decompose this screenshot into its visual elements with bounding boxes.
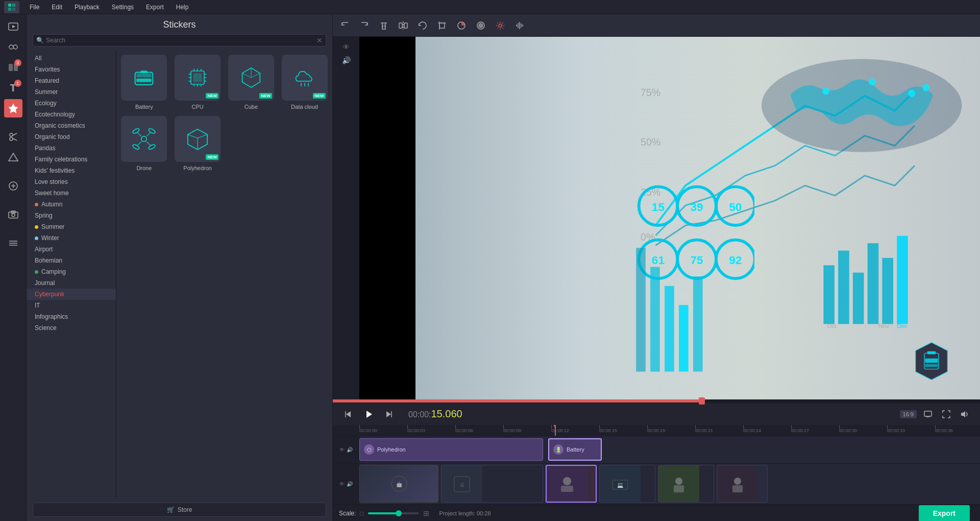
- category-ecology[interactable]: Ecology: [27, 98, 116, 109]
- toolbar-effects-btn[interactable]: [4, 38, 22, 56]
- category-spring[interactable]: Spring: [27, 210, 116, 221]
- svg-marker-5: [12, 25, 15, 28]
- category-love-stories[interactable]: Love stories: [27, 176, 116, 187]
- toolbar-shape-btn[interactable]: [4, 148, 22, 167]
- category-featured[interactable]: Featured: [27, 75, 116, 86]
- undo-button[interactable]: [337, 17, 353, 34]
- time-value: 15.060: [431, 408, 462, 419]
- skip-start-button[interactable]: [341, 407, 355, 421]
- menu-edit[interactable]: Edit: [50, 3, 64, 12]
- sticker-cpu[interactable]: NEWCPU: [174, 55, 222, 110]
- category-bohemian[interactable]: Bohemian: [27, 255, 116, 266]
- category-organic-food[interactable]: Organic food: [27, 131, 116, 143]
- sticker-badge: NEW: [206, 154, 218, 160]
- video-clip-5[interactable]: [658, 465, 714, 503]
- video-clip-4[interactable]: 💻: [599, 465, 655, 503]
- track-audio-icon[interactable]: 🔊: [347, 447, 353, 453]
- main-track-audio-icon[interactable]: 🔊: [347, 481, 353, 487]
- external-screen-button[interactable]: [921, 407, 935, 421]
- battery-clip[interactable]: 🔋 Battery: [548, 438, 602, 461]
- scale-thumb[interactable]: [396, 510, 402, 516]
- toolbar-add-btn[interactable]: [4, 177, 22, 195]
- sticker-battery[interactable]: Battery: [120, 55, 168, 110]
- polyhedron-clip-icon: ⬡: [364, 444, 374, 455]
- fullscreen-button[interactable]: [939, 407, 953, 421]
- scale-fill: [368, 512, 399, 514]
- video-clip-6[interactable]: [717, 465, 768, 503]
- redo-button[interactable]: [356, 17, 373, 34]
- audio-speaker-icon[interactable]: 🔊: [342, 56, 351, 64]
- menu-export[interactable]: Export: [144, 3, 166, 12]
- category-camping[interactable]: Camping: [27, 266, 116, 277]
- svg-rect-2: [8, 8, 11, 11]
- svg-rect-106: [897, 236, 908, 324]
- category-autumn[interactable]: Autumn: [27, 199, 116, 210]
- audio-button[interactable]: [511, 17, 528, 34]
- sticker-track-content[interactable]: ⬡ Polyhedron 🔋 Battery: [359, 436, 980, 463]
- crop-button[interactable]: [434, 17, 450, 34]
- video-clip-3-selected[interactable]: [546, 465, 597, 503]
- category-organic-cosmetics[interactable]: Organic cosmetics: [27, 120, 116, 131]
- category-pandas[interactable]: Pandas: [27, 143, 116, 154]
- export-button[interactable]: Export: [919, 505, 970, 522]
- toolbar-titles-btn[interactable]: T 1: [4, 79, 22, 97]
- category-airport[interactable]: Airport: [27, 244, 116, 255]
- toolbar-transitions-btn[interactable]: 3: [4, 58, 22, 77]
- category-summer[interactable]: Summer: [27, 221, 116, 232]
- main-track-eye-icon[interactable]: 👁: [339, 481, 345, 487]
- category-label: Pandas: [35, 145, 56, 152]
- stickers-panel: Stickers 🔍 ✕ AllFavoritesFeaturedSummerE…: [27, 14, 333, 521]
- video-clip-2[interactable]: 🖥: [441, 465, 543, 503]
- playback-thumb[interactable]: [699, 397, 705, 405]
- main-track-content[interactable]: 🤖 🖥: [359, 464, 980, 504]
- toolbar-media-btn[interactable]: [4, 17, 22, 36]
- menu-help[interactable]: Help: [174, 3, 191, 12]
- menu-settings[interactable]: Settings: [110, 3, 136, 12]
- search-input[interactable]: [46, 37, 316, 44]
- category-family-celebrations[interactable]: Family celebrations: [27, 154, 116, 165]
- store-button[interactable]: 🛒 Store: [33, 503, 326, 517]
- polyhedron-clip[interactable]: ⬡ Polyhedron: [359, 438, 543, 461]
- menu-file[interactable]: File: [28, 3, 41, 12]
- sticker-drone[interactable]: Drone: [120, 116, 168, 171]
- sticker-polyhedron[interactable]: NEWPolyhedron: [174, 116, 222, 171]
- category-infographics[interactable]: Infographics: [27, 311, 116, 322]
- category-winter[interactable]: Winter: [27, 232, 116, 244]
- svg-text:92: 92: [729, 253, 742, 267]
- toolbar-camera-btn[interactable]: [4, 205, 22, 224]
- toolbar-cut-btn[interactable]: [4, 128, 22, 146]
- scale-slider[interactable]: [368, 512, 419, 514]
- toolbar-stickers-btn[interactable]: [4, 99, 22, 117]
- sticker-cube[interactable]: NEWCube: [228, 55, 275, 110]
- timeline-cursor[interactable]: [555, 425, 556, 436]
- track-eye-icon[interactable]: 👁: [339, 447, 345, 453]
- category-science[interactable]: Science: [27, 322, 116, 334]
- menu-playback[interactable]: Playback: [72, 3, 102, 12]
- settings-button[interactable]: [492, 17, 508, 34]
- play-button[interactable]: [361, 407, 376, 421]
- toolbar-lines-btn[interactable]: [4, 234, 22, 252]
- category-favorites[interactable]: Favorites: [27, 64, 116, 75]
- record-button[interactable]: [473, 17, 489, 34]
- playback-progress-bar[interactable]: [333, 399, 980, 402]
- category-journal[interactable]: Journal: [27, 277, 116, 289]
- category-sweet-home[interactable]: Sweet home: [27, 187, 116, 199]
- category-ecotechnology[interactable]: Ecotechnology: [27, 109, 116, 120]
- video-clip-1[interactable]: 🤖: [359, 465, 438, 503]
- volume-button[interactable]: [958, 407, 972, 421]
- visibility-eye-icon[interactable]: 👁: [342, 43, 350, 51]
- delete-button[interactable]: [376, 17, 392, 34]
- sticker-data-cloud[interactable]: NEWData cloud: [281, 55, 328, 110]
- category-all[interactable]: All: [27, 53, 116, 64]
- rotate-button[interactable]: [414, 17, 431, 34]
- split-button[interactable]: [395, 17, 411, 34]
- skip-end-button[interactable]: [382, 407, 396, 421]
- category-cyberpunk[interactable]: Cyberpunk: [27, 289, 116, 300]
- close-icon[interactable]: ✕: [316, 36, 323, 44]
- category-summer[interactable]: Summer: [27, 86, 116, 98]
- category-kids'-festivities[interactable]: Kids' festivities: [27, 165, 116, 176]
- color-button[interactable]: [453, 17, 470, 34]
- svg-rect-105: [883, 258, 894, 324]
- category-it[interactable]: IT: [27, 300, 116, 311]
- aspect-ratio-button[interactable]: 16:9: [900, 410, 917, 418]
